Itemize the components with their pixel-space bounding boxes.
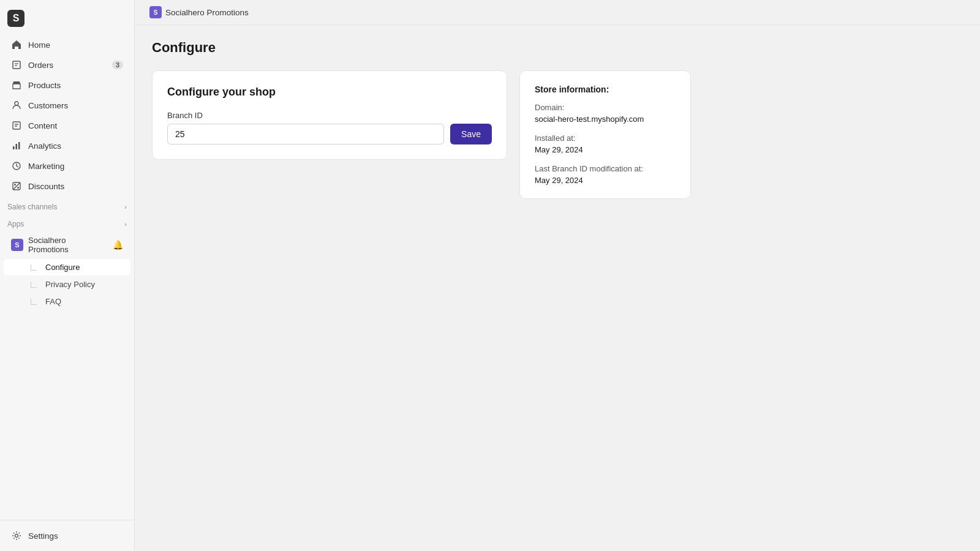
orders-icon (11, 59, 22, 70)
sidebar-item-settings[interactable]: Settings (4, 526, 130, 545)
sidebar-item-home[interactable]: Home (4, 35, 130, 54)
apps-section[interactable]: Apps › (0, 214, 134, 231)
tree-line-icon (31, 264, 37, 271)
installed-label: Installed at: (535, 133, 676, 143)
page-content-area: Configure Configure your shop Branch ID … (135, 25, 980, 551)
svg-point-3 (15, 102, 18, 105)
topbar-title: Socialhero Promotions (165, 8, 249, 17)
sidebar-item-products[interactable]: Products (4, 75, 130, 95)
svg-rect-8 (16, 144, 18, 149)
page-title: Configure (152, 40, 963, 56)
bell-icon: 🔔 (113, 240, 123, 250)
branch-id-input[interactable] (167, 124, 444, 144)
store-info-card: Store information: Domain: social-hero-t… (519, 70, 691, 199)
topbar-app-icon: S (149, 6, 162, 18)
discounts-icon (11, 181, 22, 192)
sidebar-item-orders[interactable]: Orders 3 (4, 55, 130, 75)
sales-channels-chevron-icon: › (124, 203, 127, 211)
domain-label: Domain: (535, 103, 676, 112)
main-content: S Socialhero Promotions Configure Config… (135, 0, 980, 551)
sidebar-item-configure[interactable]: Configure (4, 259, 130, 276)
sidebar-item-privacy-policy[interactable]: Privacy Policy (4, 276, 130, 293)
orders-badge: 3 (112, 61, 123, 69)
sidebar-nav: Home Orders 3 Products Customers (0, 34, 134, 520)
customers-icon (11, 100, 22, 111)
store-info-title: Store information: (535, 84, 676, 94)
svg-point-14 (15, 534, 18, 538)
sales-channels-section[interactable]: Sales channels › (0, 197, 134, 214)
analytics-icon (11, 140, 22, 151)
sidebar-logo: S (7, 10, 24, 27)
svg-rect-0 (13, 61, 20, 69)
home-icon (11, 39, 22, 50)
content-icon (11, 120, 22, 131)
save-button[interactable]: Save (450, 124, 492, 144)
sidebar-item-discounts[interactable]: Discounts (4, 176, 130, 196)
socialhero-app-icon: S (11, 239, 23, 251)
sidebar-item-marketing[interactable]: Marketing (4, 156, 130, 176)
sidebar-item-customers[interactable]: Customers (4, 96, 130, 115)
sidebar-item-content[interactable]: Content (4, 116, 130, 135)
svg-point-11 (14, 184, 16, 186)
products-icon (11, 80, 22, 91)
svg-rect-4 (13, 122, 20, 129)
topbar: S Socialhero Promotions (135, 0, 980, 25)
settings-icon (11, 530, 22, 541)
svg-point-12 (17, 187, 19, 189)
sidebar-item-analytics[interactable]: Analytics (4, 136, 130, 156)
marketing-icon (11, 160, 22, 171)
last-branch-label: Last Branch ID modification at: (535, 164, 676, 173)
sidebar: S Home Orders 3 Products (0, 0, 135, 551)
sidebar-item-socialhero[interactable]: S Socialhero Promotions 🔔 (4, 231, 130, 258)
installed-value: May 29, 2024 (535, 145, 676, 154)
apps-chevron-icon: › (124, 220, 127, 228)
tree-line-icon (31, 299, 37, 305)
domain-value: social-hero-test.myshopify.com (535, 114, 676, 124)
last-branch-value: May 29, 2024 (535, 176, 676, 185)
sidebar-bottom: Settings (0, 520, 134, 551)
svg-rect-9 (18, 142, 20, 149)
branch-id-label: Branch ID (167, 111, 492, 120)
configure-heading: Configure your shop (167, 86, 492, 99)
svg-rect-7 (13, 146, 15, 149)
field-row: Save (167, 124, 492, 144)
configure-layout: Configure your shop Branch ID Save Store… (152, 70, 963, 199)
tree-line-icon (31, 282, 37, 288)
sidebar-item-faq[interactable]: FAQ (4, 293, 130, 310)
configure-card: Configure your shop Branch ID Save (152, 70, 507, 160)
